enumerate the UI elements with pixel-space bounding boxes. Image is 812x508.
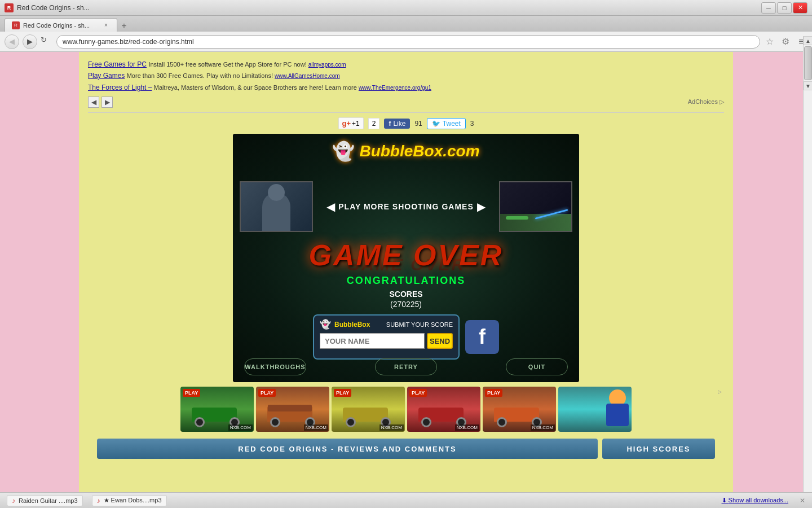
play-badge-2: PLAY [258,389,276,397]
bb-mini-text: BubbleBox [334,321,370,329]
scroll-down-button[interactable]: ▼ [804,81,812,90]
high-scores-button[interactable]: HIGH SCORES [602,439,715,459]
bookmark-button[interactable]: ☆ [764,36,776,48]
play-badge-4: PLAY [409,389,427,397]
scrollbar: ▲ ▼ [803,52,812,492]
game-thumb-5[interactable]: PLAY NXB.COM [483,387,556,432]
ad-prev-button[interactable]: ◀ [88,97,99,108]
walkthroughs-button[interactable]: WALKTHROUGHS [244,358,306,375]
send-score-button[interactable]: SEND [427,333,453,349]
facebook-share-button[interactable]: f [465,320,499,354]
ad-text-1: Install 1500+ free software Get the App … [148,61,308,68]
main-area: Free Games for PC Install 1500+ free sof… [0,52,812,492]
ad-section: Free Games for PC Install 1500+ free sof… [88,56,724,113]
tab-favicon-icon: R [12,21,20,29]
social-bar: g+ +1 2 f Like 91 🐦 Tweet 3 [88,117,724,129]
download-name-2: ★ Ewan Dobs....mp3 [104,497,162,504]
ad-corner-icon: ▷ [718,389,722,395]
play-badge-3: PLAY [334,389,351,397]
submit-score-label: SUBMIT YOUR SCORE [386,321,453,328]
bottom-bar: RED CODE ORIGINS - REVIEWS AND COMMENTS … [88,436,724,461]
game-thumbnails-row: ▷ PLAY NXB.COM [88,387,724,432]
maximize-button[interactable]: □ [777,2,792,14]
quit-button[interactable]: QUIT [506,358,568,375]
submit-score-box: 👻 BubbleBox SUBMIT YOUR SCORE SEND [313,314,460,360]
tab-bar: R Red Code Origins - sh... × + [0,16,812,32]
tab-title: Red Code Origins - sh... [23,22,90,29]
bubblebox-ghost-icon: 👻 [332,141,355,162]
ad-link-2[interactable]: Play Games [88,72,125,80]
game-thumb-4[interactable]: PLAY NXB.COM [407,387,480,432]
scroll-thumb[interactable] [804,52,812,80]
show-all-downloads-link[interactable]: ⬇ Show all downloads... [722,497,788,504]
game-bottom-buttons: WALKTHROUGHS RETRY QUIT [233,358,579,375]
ad-url-1[interactable]: allmyapps.com [308,62,346,68]
content-wrapper: Free Games for PC Install 1500+ free sof… [79,52,733,492]
shoot-games-label: PLAY MORE SHOOTING GAMES [338,202,473,211]
bb-mini-ghost-icon: 👻 [320,319,331,330]
status-bar: ♪ Raiden Guitar ....mp3 ♪ ★ Ewan Dobs...… [0,492,812,508]
game-thumb-2[interactable]: PLAY NXB.COM [256,387,329,432]
tweet-label: Tweet [443,120,461,128]
ad-link-3[interactable]: The Forces of Light – [88,84,152,91]
tweet-count: 3 [470,120,474,128]
retry-button[interactable]: RETRY [375,358,437,375]
ad-next-button[interactable]: ▶ [102,97,113,108]
window-title: Red Code Origins - sh... [17,4,761,12]
prev-game-button[interactable]: ◀ [326,200,335,213]
submit-header: 👻 BubbleBox SUBMIT YOUR SCORE [320,319,453,330]
minimize-button[interactable]: ─ [761,2,776,14]
chrome-window: R Red Code Origins - sh... ─ □ ✕ R Red C… [0,0,812,508]
gplus-button[interactable]: g+ +1 [338,117,364,129]
name-input-field[interactable] [320,333,425,349]
game-container: 👻 BubbleBox.com [233,134,579,382]
reviews-button[interactable]: RED CODE ORIGINS - REVIEWS AND COMMENTS [97,439,598,459]
ad-choices: AdChoices ▷ [688,98,724,106]
download-icon-2: ♪ [97,497,100,505]
ad-url-2[interactable]: www.AllGamesHome.com [275,73,340,79]
ad-text-2: More than 300 Free Games. Play with no L… [127,72,275,79]
nxb-badge-4: NXB.COM [455,424,479,431]
fb-like-label: Like [393,120,405,128]
nxb-badge-2: NXB.COM [304,424,328,431]
close-downloads-button[interactable]: ✕ [800,497,805,505]
play-badge-5: PLAY [485,389,502,397]
window-controls: ─ □ ✕ [761,2,807,14]
gplus-label: +1 [352,120,360,128]
url-input[interactable] [56,35,760,49]
download-item-2[interactable]: ♪ ★ Ewan Dobs....mp3 [92,495,167,506]
game-thumb-char[interactable] [558,387,632,432]
scores-value: (270225) [390,300,422,309]
game-canvas: 👻 BubbleBox.com [233,134,579,382]
page-content: Free Games for PC Install 1500+ free sof… [0,52,812,492]
game-thumb-3[interactable]: PLAY NXB.COM [332,387,405,432]
fb-like-button[interactable]: f Like [384,119,410,129]
fb-count: 91 [414,120,422,128]
shoot-nav: ◀ PLAY MORE SHOOTING GAMES ▶ [317,200,495,213]
close-button[interactable]: ✕ [793,2,807,14]
name-input-row: SEND [320,333,453,349]
tweet-button[interactable]: 🐦 Tweet [427,118,466,129]
bubblebox-header: 👻 BubbleBox.com [233,134,579,167]
gplus-count: 2 [368,118,380,129]
refresh-button[interactable]: ↻ [41,36,53,48]
new-tab-button[interactable]: + [117,20,131,32]
congratulations-text: CONGRATULATIONS [347,275,465,287]
next-game-button[interactable]: ▶ [477,200,486,213]
settings-button[interactable]: ⚙ [779,36,792,48]
download-item-1[interactable]: ♪ Raiden Guitar ....mp3 [7,495,83,506]
scores-label: SCORES [389,290,422,299]
ad-url-3[interactable]: www.TheEmergence.org/gu1 [359,85,431,91]
tab-close-button[interactable]: × [102,21,110,29]
address-bar: ◀ ▶ ↻ ☆ ⚙ ≡ [0,32,812,52]
nxb-badge-1: NXB.COM [228,424,253,431]
submit-area: 👻 BubbleBox SUBMIT YOUR SCORE SEND f [313,314,499,360]
ad-link-1[interactable]: Free Games for PC [88,60,147,68]
tab-favicon: R [5,3,14,12]
active-tab[interactable]: R Red Code Origins - sh... × [5,18,117,32]
back-button[interactable]: ◀ [5,34,19,49]
game-thumb-1[interactable]: PLAY NXB.COM [180,387,254,432]
game-over-text: GAME OVER [309,238,504,272]
forward-button[interactable]: ▶ [23,34,37,49]
nxb-badge-3: NXB.COM [379,424,404,431]
